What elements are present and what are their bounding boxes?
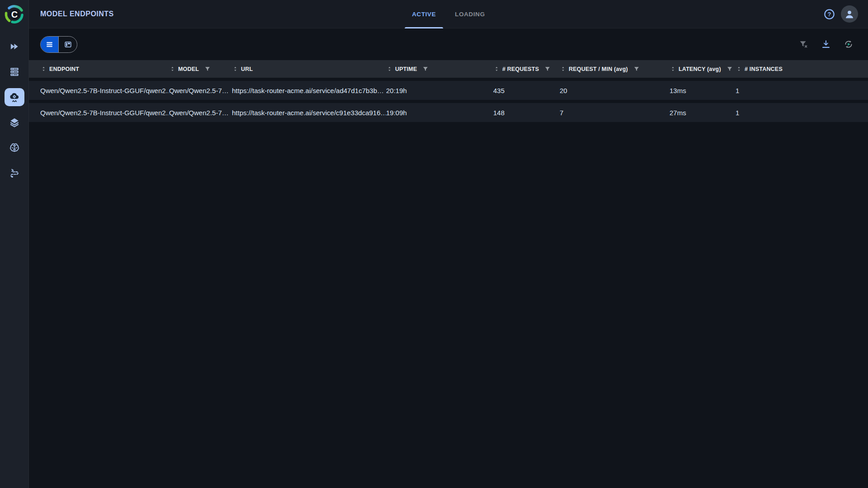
column-label: MODEL [178, 66, 199, 72]
column-header-request-per-min[interactable]: REQUEST / MIN (avg) [560, 66, 670, 72]
tab-loading[interactable]: LOADING [446, 0, 494, 28]
sort-icon[interactable] [386, 66, 393, 72]
clear-filters-button[interactable] [798, 39, 808, 49]
app-root: C [0, 0, 868, 488]
column-label: # REQUESTS [502, 66, 539, 72]
app-logo[interactable]: C [0, 0, 28, 28]
column-header-instances[interactable]: # INSTANCES [736, 66, 868, 72]
table-row[interactable]: Qwen/Qwen2.5-7B-Instruct-GGUF/qwen2… Qwe… [29, 103, 868, 122]
brain-icon [9, 142, 20, 154]
column-header-requests[interactable]: # REQUESTS [493, 66, 560, 72]
column-label: UPTIME [395, 66, 417, 72]
help-button[interactable]: ? [823, 8, 835, 20]
table-view-button[interactable] [41, 37, 59, 52]
table-header-row: ENDPOINT MODEL URL UPTIME [29, 60, 868, 78]
column-label: REQUEST / MIN (avg) [569, 66, 628, 72]
cell-endpoint[interactable]: Qwen/Qwen2.5-7B-Instruct-GGUF/qwen2… [40, 87, 169, 94]
page-title: MODEL ENDPOINTS [40, 10, 114, 18]
filter-icon[interactable] [633, 66, 640, 72]
column-label: # INSTANCES [745, 66, 783, 72]
layers-icon [9, 117, 20, 128]
sidebar-item-layers[interactable] [5, 113, 24, 131]
active-tab-underline [405, 27, 443, 28]
user-avatar-icon [844, 8, 855, 20]
endpoints-table: ENDPOINT MODEL URL UPTIME [29, 60, 868, 122]
filter-icon[interactable] [544, 66, 551, 72]
cloud-gear-icon [9, 91, 20, 103]
cell-instances: 1 [736, 87, 868, 94]
cell-endpoint[interactable]: Qwen/Qwen2.5-7B-Instruct-GGUF/qwen2… [40, 109, 169, 117]
cell-request-per-min: 20 [560, 87, 670, 94]
filter-icon[interactable] [726, 66, 733, 72]
column-header-endpoint[interactable]: ENDPOINT [40, 66, 169, 72]
card-view-icon [64, 40, 72, 49]
column-header-model[interactable]: MODEL [169, 66, 232, 72]
cell-uptime: 19:09h [386, 109, 493, 117]
content: ENDPOINT MODEL URL UPTIME [29, 28, 868, 122]
column-header-url[interactable]: URL [232, 66, 386, 72]
cell-url[interactable]: https://task-router-acme.ai/service/c91e… [232, 109, 386, 117]
help-icon: ? [823, 8, 835, 20]
sidebar: C [0, 0, 28, 488]
download-button[interactable] [821, 39, 831, 49]
cell-requests: 435 [493, 87, 560, 94]
svg-text:C: C [11, 9, 17, 19]
cell-latency: 27ms [670, 109, 736, 117]
app-bar: MODEL ENDPOINTS ACTIVE LOADING ? [29, 0, 868, 28]
cell-request-per-min: 7 [560, 109, 670, 117]
sidebar-item-fast-forward[interactable] [5, 38, 24, 56]
toolbar-actions [798, 39, 854, 49]
sidebar-item-server[interactable] [5, 63, 24, 81]
fast-forward-icon [9, 41, 20, 52]
column-label: URL [241, 66, 253, 72]
sidebar-item-model-endpoints[interactable] [5, 88, 24, 106]
download-icon [821, 39, 831, 49]
appbar-actions: ? [823, 5, 858, 23]
tab-bar: ACTIVE LOADING [403, 0, 494, 28]
card-view-button[interactable] [59, 37, 77, 52]
sidebar-item-brain[interactable] [5, 139, 24, 157]
sidebar-nav [5, 28, 24, 182]
sort-icon[interactable] [232, 66, 239, 72]
sidebar-item-route[interactable] [5, 164, 24, 182]
table-view-icon [45, 40, 54, 49]
table-row[interactable]: Qwen/Qwen2.5-7B-Instruct-GGUF/qwen2… Qwe… [29, 81, 868, 100]
tab-active[interactable]: ACTIVE [403, 0, 445, 28]
cell-latency: 13ms [670, 87, 736, 94]
user-avatar-button[interactable] [841, 5, 858, 23]
auto-refresh-button[interactable] [844, 39, 854, 49]
tab-loading-label: LOADING [455, 11, 485, 18]
column-header-uptime[interactable]: UPTIME [386, 66, 493, 72]
view-toggle [40, 36, 77, 53]
tab-active-label: ACTIVE [412, 11, 436, 18]
sort-icon[interactable] [493, 66, 500, 72]
svg-text:?: ? [828, 11, 831, 18]
sort-icon[interactable] [169, 66, 176, 72]
cell-instances: 1 [736, 109, 868, 117]
column-label: LATENCY (avg) [679, 66, 721, 72]
filter-icon[interactable] [422, 66, 429, 72]
filter-icon[interactable] [204, 66, 211, 72]
server-icon [9, 66, 20, 78]
main-area: MODEL ENDPOINTS ACTIVE LOADING ? [28, 0, 868, 488]
filter-clear-icon [798, 39, 808, 49]
cell-model: Qwen/Qwen2.5-7… [169, 109, 232, 117]
toolbar [29, 28, 868, 60]
cell-requests: 148 [493, 109, 560, 117]
auto-refresh-icon [844, 39, 854, 49]
logo-c-icon: C [4, 4, 25, 25]
cell-model: Qwen/Qwen2.5-7… [169, 87, 232, 94]
sort-icon[interactable] [560, 66, 566, 72]
cell-url[interactable]: https://task-router-acme.ai/service/ad47… [232, 87, 386, 94]
sort-icon[interactable] [736, 66, 742, 72]
sort-icon[interactable] [670, 66, 676, 72]
route-icon [9, 167, 20, 179]
cell-uptime: 20:19h [386, 87, 493, 94]
column-header-latency[interactable]: LATENCY (avg) [670, 66, 736, 72]
column-label: ENDPOINT [49, 66, 79, 72]
sort-icon[interactable] [40, 66, 47, 72]
